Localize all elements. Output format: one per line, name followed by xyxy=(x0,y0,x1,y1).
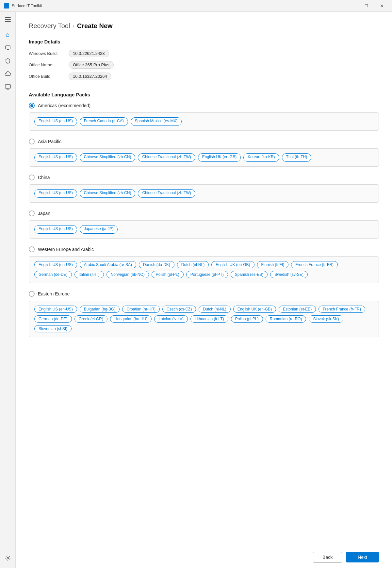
titlebar-controls: — ☐ ✕ xyxy=(343,1,389,11)
sidebar-item-monitor[interactable] xyxy=(2,81,14,93)
sidebar-item-shield[interactable] xyxy=(2,55,14,67)
minimize-button[interactable]: — xyxy=(343,1,358,11)
lang-chip[interactable]: Romanian (ro-RO) xyxy=(266,315,306,323)
region-label-americas: Americas (recommended) xyxy=(38,103,90,108)
breadcrumb-link[interactable]: Recovery Tool xyxy=(29,22,70,30)
office-name-value: Office 365 Pro Plus xyxy=(69,61,114,69)
lang-chip[interactable]: Lithuanian (lt-LT) xyxy=(190,315,228,323)
lang-chip[interactable]: English UK (en-GB) xyxy=(211,261,254,268)
lang-chip[interactable]: English US (en-US) xyxy=(34,261,77,268)
lang-chip[interactable]: Arabic Saudi Arabia (ar-SA) xyxy=(80,261,136,268)
next-button[interactable]: Next xyxy=(346,552,379,562)
radio-japan[interactable] xyxy=(29,210,35,216)
hamburger-menu[interactable] xyxy=(3,14,13,25)
lang-chip[interactable]: English US (en-US) xyxy=(34,306,77,313)
lang-chip[interactable]: Estonian (et-EE) xyxy=(279,306,316,313)
svg-point-3 xyxy=(7,558,8,559)
lang-chip[interactable]: English US (en-US) xyxy=(34,225,77,234)
lang-chip[interactable]: English US (en-US) xyxy=(34,189,77,198)
lang-chip[interactable]: Norwegian (nb-NO) xyxy=(106,271,149,278)
lang-chip[interactable]: Chinese Simplified (zh-CN) xyxy=(80,153,136,162)
sidebar-item-devices[interactable] xyxy=(2,42,14,54)
lang-chip[interactable]: Dutch (nl-NL) xyxy=(199,306,230,313)
lang-chip[interactable]: Swedish (sv-SE) xyxy=(270,271,308,278)
lang-chip[interactable]: Spanish Mexico (es-MX) xyxy=(131,117,182,126)
lang-chip[interactable]: Portuguese (pt-PT) xyxy=(186,271,228,278)
image-details-title: Image Details xyxy=(29,39,379,44)
radio-americas[interactable] xyxy=(29,103,35,109)
svg-rect-1 xyxy=(7,49,9,50)
svg-rect-0 xyxy=(6,46,10,49)
lang-chip[interactable]: Japanese (ja-JP) xyxy=(80,225,118,234)
language-packs-title: Available Language Packs xyxy=(29,92,379,97)
radio-china[interactable] xyxy=(29,175,35,180)
lang-chip[interactable]: French France (fr-FR) xyxy=(318,306,365,313)
windows-build-row: Windows Build: 10.0.22621.2428 xyxy=(29,50,379,57)
lang-chip[interactable]: Finnish (fi-FI) xyxy=(257,261,289,268)
titlebar-left: Surface IT Toolkit xyxy=(4,3,42,8)
maximize-button[interactable]: ☐ xyxy=(359,1,374,11)
region-label-eastern-europe: Eastern Europe xyxy=(38,291,70,296)
lang-chip[interactable]: Dutch (nl-NL) xyxy=(177,261,209,268)
lang-chip[interactable]: Czech (cs-CZ) xyxy=(162,306,196,313)
lang-chip[interactable]: Polish (pl-PL) xyxy=(152,271,184,278)
lang-chip[interactable]: Polish (pl-PL) xyxy=(231,315,263,323)
sidebar-item-home[interactable]: ⌂ xyxy=(2,29,14,41)
back-button[interactable]: Back xyxy=(313,552,342,563)
region-group-asia-pacific: Asia PacificEnglish US (en-US)Chinese Si… xyxy=(29,139,379,167)
sidebar-item-cloud[interactable] xyxy=(2,68,14,80)
radio-eastern-europe[interactable] xyxy=(29,291,35,297)
sidebar-nav: ⌂ xyxy=(2,29,14,552)
lang-box-asia-pacific: English US (en-US)Chinese Simplified (zh… xyxy=(29,148,379,167)
region-header-asia-pacific[interactable]: Asia Pacific xyxy=(29,139,379,144)
lang-chip[interactable]: English UK (en-GB) xyxy=(233,306,276,313)
titlebar: Surface IT Toolkit — ☐ ✕ xyxy=(0,0,392,12)
lang-chip[interactable]: English US (en-US) xyxy=(34,153,77,162)
lang-chip[interactable]: Slovenian (sl-SI) xyxy=(34,325,72,332)
main-content: Recovery Tool › Create New Image Details… xyxy=(16,12,392,568)
lang-chip[interactable]: Bulgarian (bg-BG) xyxy=(80,306,120,313)
lang-box-western-europe: English US (en-US)Arabic Saudi Arabia (a… xyxy=(29,256,379,283)
radio-western-europe[interactable] xyxy=(29,246,35,252)
lang-chip[interactable]: German (de-DE) xyxy=(34,315,72,323)
lang-chip[interactable]: English UK (en-GB) xyxy=(198,153,241,162)
breadcrumb-separator: › xyxy=(73,23,74,29)
lang-chip[interactable]: Korean (ko-KR) xyxy=(243,153,279,162)
region-group-western-europe: Western Europe and ArabicEnglish US (en-… xyxy=(29,246,379,283)
lang-chip[interactable]: Chinese Traditional (zh-TW) xyxy=(138,153,195,162)
breadcrumb: Recovery Tool › Create New xyxy=(29,22,379,30)
region-header-eastern-europe[interactable]: Eastern Europe xyxy=(29,291,379,297)
region-header-americas[interactable]: Americas (recommended) xyxy=(29,103,379,109)
lang-chip[interactable]: Thai (th-TH) xyxy=(282,153,312,162)
lang-chip[interactable]: Latvian (lv-LV) xyxy=(154,315,188,323)
region-group-eastern-europe: Eastern EuropeEnglish US (en-US)Bulgaria… xyxy=(29,291,379,337)
region-header-western-europe[interactable]: Western Europe and Arabic xyxy=(29,246,379,252)
lang-chip[interactable]: Italian (it-IT) xyxy=(74,271,104,278)
office-name-label: Office Name: xyxy=(29,62,65,67)
lang-box-china: English US (en-US)Chinese Simplified (zh… xyxy=(29,184,379,203)
lang-chip[interactable]: Spanish (es-ES) xyxy=(231,271,268,278)
settings-icon[interactable] xyxy=(2,552,14,564)
lang-chip[interactable]: French France (fr-FR) xyxy=(291,261,338,268)
lang-chip[interactable]: German (de-DE) xyxy=(34,271,72,278)
lang-chip[interactable]: Hungarian (hu-HU) xyxy=(110,315,152,323)
region-header-china[interactable]: China xyxy=(29,175,379,180)
region-label-japan: Japan xyxy=(38,211,50,216)
windows-build-label: Windows Build: xyxy=(29,51,65,56)
close-button[interactable]: ✕ xyxy=(374,1,389,11)
lang-chip[interactable]: Greek (el-GR) xyxy=(74,315,107,323)
lang-chip[interactable]: Chinese Simplified (zh-CN) xyxy=(80,189,136,198)
office-build-label: Office Build: xyxy=(29,74,65,79)
lang-chip[interactable]: English US (en-US) xyxy=(34,117,77,126)
lang-chip[interactable]: Slovak (sk-SK) xyxy=(309,315,343,323)
lang-chip[interactable]: Chinese Traditional (zh-TW) xyxy=(138,189,195,198)
office-name-row: Office Name: Office 365 Pro Plus xyxy=(29,61,379,69)
lang-box-eastern-europe: English US (en-US)Bulgarian (bg-BG)Croat… xyxy=(29,301,379,337)
lang-box-americas: English US (en-US)French Canada (fr-CA)S… xyxy=(29,112,379,131)
lang-chip[interactable]: Croatian (hr-HR) xyxy=(122,306,160,313)
image-details-section: Image Details Windows Build: 10.0.22621.… xyxy=(29,39,379,80)
region-header-japan[interactable]: Japan xyxy=(29,210,379,216)
radio-asia-pacific[interactable] xyxy=(29,139,35,144)
lang-chip[interactable]: French Canada (fr-CA) xyxy=(80,117,128,126)
lang-chip[interactable]: Danish (da-DK) xyxy=(139,261,174,268)
